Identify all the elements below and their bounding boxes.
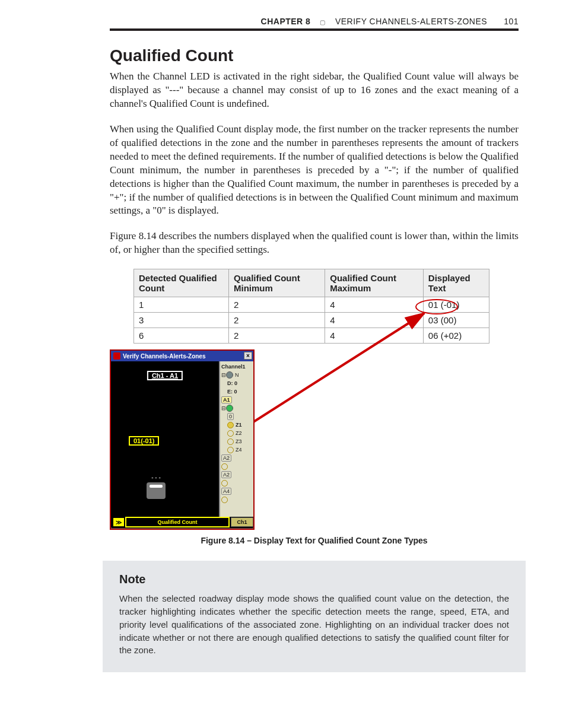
z3-label: Z3 [236,438,242,444]
channel-alert-label: Ch1 - A1 [147,371,183,380]
cell-max: 4 [325,297,424,313]
note-body: When the selected roadway display mode s… [119,592,509,657]
tree-channel[interactable]: Channel1 [221,363,253,371]
cell-text: 03 (00) [423,313,489,328]
zone-dot-icon [227,430,234,437]
app-icon [113,352,120,360]
col-displayed: Displayed Text [423,269,489,297]
label-n: N [235,372,239,378]
zone-dot-icon [227,447,234,453]
chapter-label: CHAPTER 8 [261,17,311,26]
tracker-count-label: 01(-01) [129,436,159,446]
body-paragraph-3: Figure 8.14 describes the numbers displa… [110,230,519,257]
tree-node-n[interactable]: ⊟ N [221,371,253,379]
zone-dot-icon [221,497,228,503]
tree-a1[interactable]: A1 [221,396,253,404]
body-paragraph-2: When using the Qualified Count display m… [110,123,519,218]
z1-label: Z1 [236,422,242,428]
tree-a1-led[interactable]: ⊟ [221,404,253,412]
window-bottom-bar: ≫ Qualified Count Ch1 [111,517,253,527]
cell-min: 2 [229,313,325,328]
col-detected: Detected Qualified Count [134,269,229,297]
led-icon [226,371,233,379]
header-separator-icon: ▢ [320,19,326,26]
cell-max: 4 [325,313,424,328]
tree-z1[interactable]: Z1 [221,421,253,429]
section-title: VERIFY CHANNELS-ALERTS-ZONES [335,17,487,26]
cell-detected: 1 [134,297,229,313]
tree-a2b-led[interactable] [221,479,253,487]
a1-pill: A1 [221,396,232,403]
mode-button[interactable]: ≫ [113,518,124,526]
cell-text: 06 (+02) [423,328,489,344]
table-row: 6 2 4 06 (+02) [134,328,489,344]
table-figure-block: Detected Qualified Count Qualified Count… [133,269,489,530]
zone-dot-icon [227,438,234,445]
col-min: Qualified Count Minimum [229,269,325,297]
z4-label: Z4 [236,447,242,453]
cell-max: 4 [325,328,424,344]
zone-dot-icon [227,422,234,428]
z2-label: Z2 [236,430,242,436]
page-title: Qualified Count [110,46,519,65]
a2-box: A2 [221,454,231,462]
running-header: CHAPTER 8 ▢ VERIFY CHANNELS-ALERTS-ZONES… [110,17,519,26]
page-number: 101 [504,17,519,26]
cell-detected: 3 [134,313,229,328]
col-max: Qualified Count Maximum [325,269,424,297]
a2-box: A2 [221,471,231,478]
roadway-canvas: Ch1 - A1 01(-01) [111,361,219,517]
zone-dot-icon [221,480,228,487]
tree-a2a-led[interactable] [221,462,253,471]
tree-a2a[interactable]: A2 [221,454,253,462]
tree-stat-e: E: 0 [221,387,253,396]
vehicle-icon [147,482,166,499]
header-rule [110,28,519,31]
zone-dot-icon [221,463,228,470]
note-box: Note When the selected roadway display m… [103,561,526,672]
cell-detected: 6 [134,328,229,344]
figure-caption: Figure 8.14 – Display Text for Qualified… [110,536,519,545]
table-header-row: Detected Qualified Count Qualified Count… [134,269,489,297]
window-title: Verify Channels-Alerts-Zones [123,353,205,360]
tree-stat-d: D: 0 [221,379,253,387]
channel-tab[interactable]: Ch1 [231,517,253,527]
a4-box: A4 [221,488,231,495]
note-heading: Note [119,573,509,586]
close-button[interactable]: × [244,352,252,360]
tree-z3[interactable]: Z3 [221,437,253,446]
tree-q: 0 [221,412,253,421]
tree-a4[interactable]: A4 [221,487,253,495]
led-icon [226,405,233,412]
tree-z2[interactable]: Z2 [221,429,253,437]
body-paragraph-1: When the Channel LED is activated in the… [110,70,519,111]
window-body: Ch1 - A1 01(-01) Channel1 ⊟ N D: 0 E: 0 [111,361,253,517]
mode-label: Qualified Count [125,517,230,527]
q-box: 0 [227,413,234,420]
tree-z4[interactable]: Z4 [221,446,253,454]
window-titlebar: Verify Channels-Alerts-Zones × [111,351,253,361]
cell-min: 2 [229,328,325,344]
cell-min: 2 [229,297,325,313]
tree-a4-led[interactable] [221,495,253,504]
table-row: 3 2 4 03 (00) [134,313,489,328]
tree-a2b[interactable]: A2 [221,471,253,479]
page: CHAPTER 8 ▢ VERIFY CHANNELS-ALERTS-ZONES… [0,0,566,728]
sidebar-tree[interactable]: Channel1 ⊟ N D: 0 E: 0 A1 ⊟ [219,361,253,517]
verify-panel: Verify Channels-Alerts-Zones × Ch1 - A1 … [110,349,255,530]
